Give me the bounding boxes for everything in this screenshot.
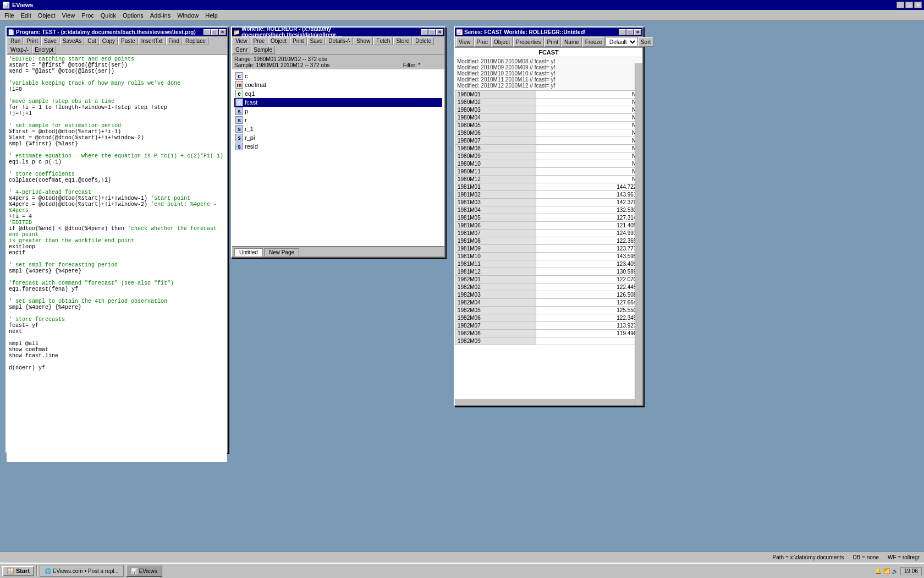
table-row: 1981M04132.5301 [455,206,642,214]
series-btn-properties[interactable]: Properties [513,37,544,47]
menu-quick[interactable]: Quick [97,11,119,20]
wf-btn-save[interactable]: Save [307,37,326,45]
sort-dropdown[interactable]: Default A-Z Z-A [606,37,637,47]
btn-wrap[interactable]: Wrap-/- [8,46,31,54]
btn-print[interactable]: Print [24,37,41,45]
wf-item-rpi[interactable]: s r_pi [234,133,442,142]
tab-untitled[interactable]: Untitled [234,248,263,257]
wf-btn-print[interactable]: Print [290,37,307,45]
table-cell-value: 130.5894 [536,268,642,276]
code-line: 'variable keeping track of how many roll… [9,80,225,86]
minimize-btn[interactable]: _ [897,2,904,8]
table-cell-date: 1980M01 [455,91,536,99]
program-minimize[interactable]: _ [204,29,211,35]
series-btn-proc[interactable]: Proc [474,37,491,47]
series-close[interactable]: ✕ [634,29,641,35]
table-cell-date: 1982M09 [455,337,536,345]
program-close[interactable]: ✕ [219,29,226,35]
wf-item-resid[interactable]: s resid [234,142,442,151]
btn-replace[interactable]: Replace [183,37,208,45]
menu-window[interactable]: Window [174,11,202,20]
table-cell-value: 123.7778 [536,245,642,253]
btn-run[interactable]: Run [8,37,23,45]
btn-copy[interactable]: Copy [100,37,118,45]
maximize-btn[interactable]: □ [905,2,913,8]
btn-inserttxt[interactable]: InsertTxt [139,37,166,45]
menu-view[interactable]: View [59,11,79,20]
wf-btn-fetch[interactable]: Fetch [373,37,393,45]
workfile-close[interactable]: ✕ [436,29,443,35]
program-maximize[interactable]: □ [211,29,218,35]
code-line: ' estimate equation - where the equation… [9,153,225,159]
table-row: 1980M05NA [455,122,642,129]
taskbar-icon-eviews-com: 🌐 [45,568,51,574]
wf-btn-object[interactable]: Object [268,37,289,45]
wf-item-eq1[interactable]: e eq1 [234,89,442,98]
workfile-minimize[interactable]: _ [421,29,428,35]
series-maximize[interactable]: □ [626,29,634,35]
series-btn-name[interactable]: Name [562,37,582,47]
wf-item-coefmat[interactable]: m coefmat [234,80,442,89]
series-btn-view[interactable]: View [456,37,474,47]
series-btn-freeze[interactable]: Freeze [582,37,605,47]
workfile-icon: 📁 [233,29,240,35]
code-line: colplace(coefmat,eq1.@coefs,!i) [9,177,225,183]
workfile-tab-bar: Untitled New Page [232,247,444,256]
taskbar-item-eviews-com[interactable]: 🌐 EViews.com • Post a repl... [40,565,124,577]
wf-item-r[interactable]: s r [234,116,442,124]
wf-item-fcast[interactable]: s fcast [234,98,442,107]
start-button[interactable]: 🪟 Start [2,566,34,576]
table-cell-value: 125.5503 [536,307,642,314]
wf-btn-genr[interactable]: Genr [233,46,250,54]
menu-bar: File Edit Object View Proc Quick Options… [0,10,924,21]
wf-item-c[interactable]: c c [234,72,442,80]
series-data-table: 1980M01NA1980M02NA1980M03NA1980M04NA1980… [455,90,642,345]
table-row: 1981M12130.5894 [455,268,642,276]
table-cell-date: 1980M06 [455,129,536,137]
table-cell-value: NA [536,122,642,129]
series-scrollbar[interactable] [635,63,642,405]
series-btn-object[interactable]: Object [491,37,513,47]
wf-btn-proc[interactable]: Proc [251,37,268,45]
wf-btn-store[interactable]: Store [393,37,412,45]
close-btn[interactable]: ✕ [914,2,922,8]
menu-proc[interactable]: Proc [78,11,97,20]
wf-icon-rpi: s [235,134,243,141]
code-line: !j=!j+1 [9,111,225,117]
btn-save[interactable]: Save [41,37,59,45]
wf-btn-delete[interactable]: Delete [413,37,434,45]
code-line: for !i = 1 to !length-!window+1-!step st… [9,105,225,111]
table-cell-date: 1980M11 [455,168,536,176]
menu-object[interactable]: Object [35,11,59,20]
table-row: 1982M02122.4453 [455,283,642,291]
wf-item-r1[interactable]: s r_1 [234,124,442,133]
series-icon: 📈 [456,29,463,35]
table-cell-date: 1980M08 [455,145,536,152]
table-row: 1982M01122.0703 [455,276,642,283]
series-minimize[interactable]: _ [619,29,626,35]
btn-encrypt[interactable]: Encrypt [32,46,56,54]
btn-paste[interactable]: Paste [118,37,138,45]
workfile-maximize[interactable]: □ [428,29,436,35]
wf-btn-show[interactable]: Show [354,37,373,45]
wf-btn-details[interactable]: Details-/- [326,37,353,45]
menu-file[interactable]: File [1,11,18,20]
btn-saveas[interactable]: SaveAs [60,37,84,45]
series-btn-sort[interactable]: Sort [638,37,653,47]
btn-cut[interactable]: Cut [85,37,99,45]
code-line: 'forecast with command "forecast" (see a… [9,280,225,286]
menu-help[interactable]: Help [202,11,221,20]
tab-new-page[interactable]: New Page [264,248,299,256]
series-name-header: FCAST [455,48,642,57]
menu-options[interactable]: Options [119,11,147,20]
btn-find[interactable]: Find [166,37,182,45]
series-btn-print[interactable]: Print [544,37,562,47]
program-editor[interactable]: 'EDITED: catching start and end points %… [7,55,227,462]
wf-btn-sample[interactable]: Sample [251,46,275,54]
table-cell-value: 132.5301 [536,206,642,214]
menu-addins[interactable]: Add-ins [147,11,174,20]
menu-edit[interactable]: Edit [18,11,35,20]
wf-btn-view[interactable]: View [233,37,250,45]
taskbar-item-eviews[interactable]: 📊 EViews [126,565,162,577]
wf-item-p[interactable]: s p [234,107,442,116]
